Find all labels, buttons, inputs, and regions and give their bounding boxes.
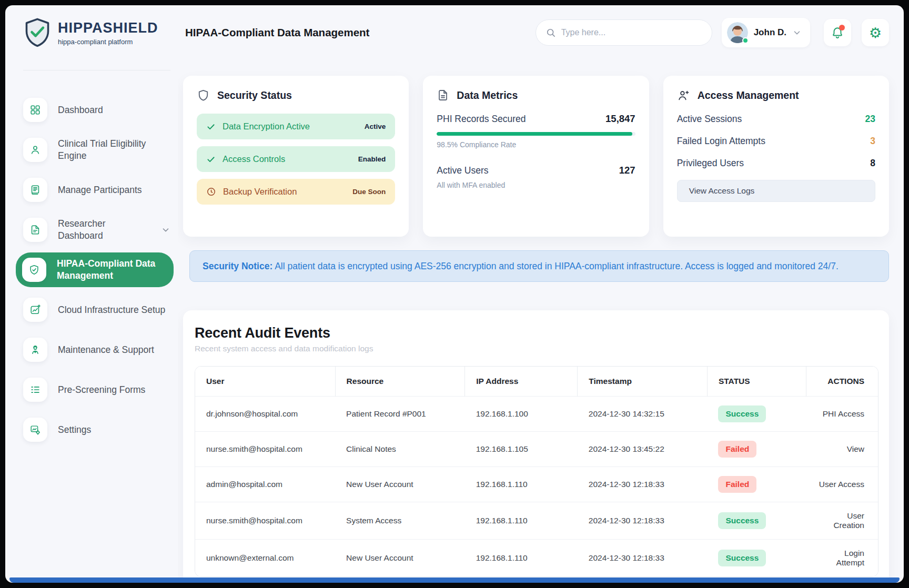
body: Dashboard Clinical Trial Eligibility Eng…: [5, 60, 904, 583]
status-badge: Success: [718, 405, 766, 422]
security-status-header: Security Status: [197, 89, 395, 102]
compliance-note: 98.5% Compliance Rate: [437, 140, 635, 149]
recent-audit-events-card: Recent Audit Events Recent system access…: [183, 310, 889, 583]
sidebar-item-researcher-dashboard[interactable]: Researcher Dashboard: [23, 218, 170, 242]
cell-ip: 192.168.1.105: [465, 432, 578, 467]
cell-timestamp: 2024-12-30 12:18:33: [578, 467, 708, 502]
cell-ip: 192.168.1.110: [465, 502, 578, 540]
mfa-note: All with MFA enabled: [437, 181, 635, 189]
summary-cards: Security Status Data Encryption Active A…: [183, 76, 889, 237]
audit-table: User Resource IP Address Timestamp STATU…: [195, 366, 878, 577]
security-status-card: Security Status Data Encryption Active A…: [183, 76, 409, 237]
active-users-row: Active Users 127: [437, 165, 635, 176]
sidebar-item-dashboard[interactable]: Dashboard: [23, 98, 170, 122]
card-title: Data Metrics: [457, 89, 518, 102]
notification-badge: [839, 25, 845, 31]
cell-action: View: [806, 432, 878, 467]
user-plus-icon: [677, 89, 690, 102]
logo-subtitle: hippa-compliant platform: [58, 38, 158, 46]
cell-timestamp: 2024-12-30 14:32:15: [578, 397, 708, 432]
user-menu[interactable]: John D.: [722, 18, 810, 47]
cell-user: dr.johnson@hospital.com: [195, 397, 335, 432]
column-header-status: STATUS: [707, 367, 806, 397]
compliance-progress-bar: [437, 132, 635, 136]
shield-check-icon: [22, 258, 46, 282]
document-list-icon: [23, 178, 47, 202]
access-label: Active Sessions: [677, 114, 742, 125]
search-input[interactable]: [561, 28, 702, 37]
sidebar-item-label: Settings: [58, 424, 91, 436]
security-item-access-controls: Access Controls Enabled: [197, 146, 395, 172]
view-access-logs-button[interactable]: View Access Logs: [677, 180, 875, 202]
sidebar-item-label: HIPAA-Compliant Data Management: [57, 258, 167, 282]
audit-title: Recent Audit Events: [195, 325, 878, 341]
security-item-label: Data Encryption Active: [223, 121, 358, 131]
status-badge: Failed: [718, 441, 756, 458]
security-item-status: Due Soon: [352, 188, 386, 196]
table-row: nurse.smith@hospital.com Clinical Notes …: [195, 432, 878, 467]
access-value: 3: [870, 136, 875, 147]
cell-timestamp: 2024-12-30 13:45:22: [578, 432, 708, 467]
cell-ip: 192.168.1.100: [465, 397, 578, 432]
notifications-button[interactable]: [824, 19, 851, 46]
card-title: Access Management: [698, 89, 799, 102]
sidebar-item-cloud-infrastructure-setup[interactable]: Cloud Infrastructure Setup: [23, 298, 170, 322]
metric-label: PHI Records Secured: [437, 114, 526, 125]
page-title: HIPAA-Compliant Data Management: [185, 26, 369, 39]
table-row: unknown@external.com New User Account 19…: [195, 540, 878, 577]
cell-status: Success: [707, 397, 806, 432]
security-item-encryption: Data Encryption Active Active: [197, 114, 395, 139]
sidebar-item-pre-screening-forms[interactable]: Pre-Screening Forms: [23, 378, 170, 402]
sidebar-item-manage-participants[interactable]: Manage Participants: [23, 178, 170, 202]
chevron-down-icon[interactable]: [161, 225, 170, 235]
data-metrics-card: Data Metrics PHI Records Secured 15,847 …: [423, 76, 649, 237]
search-icon: [546, 27, 556, 38]
support-agent-icon: [23, 338, 47, 362]
compliance-progress-fill: [437, 132, 632, 136]
cell-resource: New User Account: [335, 540, 465, 577]
table-row: nurse.smith@hospital.com System Access 1…: [195, 502, 878, 540]
column-header-ip: IP Address: [465, 367, 578, 397]
column-header-timestamp: Timestamp: [578, 367, 708, 397]
logo: HIPPASHIELD hippa-compliant platform: [23, 17, 178, 48]
sidebar-item-hipaa-data-management[interactable]: HIPAA-Compliant Data Management: [16, 252, 174, 287]
status-badge: Success: [718, 512, 766, 529]
cell-status: Failed: [707, 467, 806, 502]
search-bar: [536, 19, 712, 46]
sidebar-item-label: Pre-Screening Forms: [58, 384, 145, 396]
table-row: admin@hospital.com New User Account 192.…: [195, 467, 878, 502]
cell-timestamp: 2024-12-30 12:18:33: [578, 540, 708, 577]
cell-status: Failed: [707, 432, 806, 467]
bottom-accent-bar: [9, 577, 900, 583]
settings-image-gear-icon: [23, 418, 47, 442]
status-badge: Success: [718, 550, 766, 566]
cell-resource: System Access: [335, 502, 465, 540]
status-badge: Failed: [718, 476, 756, 493]
column-header-user: User: [195, 367, 335, 397]
gear-icon: ⚙: [869, 26, 882, 40]
metric-value: 127: [619, 165, 635, 176]
bulleted-list-icon: [23, 378, 47, 402]
sidebar-item-label: Cloud Infrastructure Setup: [58, 304, 165, 316]
audit-subtitle: Recent system access and data modificati…: [195, 344, 878, 353]
logo-text: HIPPASHIELD hippa-compliant platform: [58, 20, 158, 46]
privileged-users-row: Privileged Users 8: [677, 158, 875, 169]
access-management-card: Access Management Active Sessions 23 Fai…: [663, 76, 889, 237]
sidebar-item-clinical-trial-eligibility-engine[interactable]: Clinical Trial Eligibility Engine: [23, 138, 170, 162]
security-item-backup-verification: Backup Verification Due Soon: [197, 179, 395, 205]
security-item-label: Backup Verification: [223, 187, 346, 197]
settings-button[interactable]: ⚙: [862, 19, 889, 46]
card-title: Security Status: [217, 89, 292, 102]
sidebar-item-maintenance-support[interactable]: Maintenance & Support: [23, 338, 170, 362]
cell-user: nurse.smith@hospital.com: [195, 432, 335, 467]
access-label: Failed Login Attempts: [677, 136, 765, 147]
window-frame: HIPPASHIELD hippa-compliant platform HIP…: [0, 0, 909, 588]
cell-status: Success: [707, 540, 806, 577]
sidebar-item-settings[interactable]: Settings: [23, 418, 170, 442]
notice-bold-label: Security Notice:: [203, 261, 272, 271]
clock-icon: [206, 187, 216, 197]
cell-timestamp: 2024-12-30 12:18:33: [578, 502, 708, 540]
cell-resource: New User Account: [335, 467, 465, 502]
access-value: 23: [865, 114, 875, 125]
metric-value: 15,847: [605, 113, 635, 125]
